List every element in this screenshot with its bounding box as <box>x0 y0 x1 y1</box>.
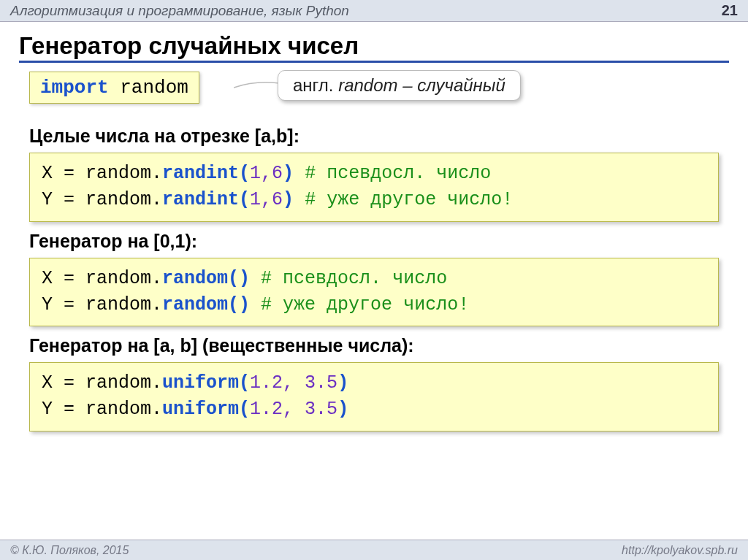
callout-word: random <box>338 75 397 95</box>
code-line: Y = random.uniform(1.2, 3.5) <box>42 396 706 423</box>
section-head: Генератор на [0,1): <box>29 231 719 252</box>
copyright: © К.Ю. Поляков, 2015 <box>10 544 129 557</box>
top-row: import random англ. random – случайный <box>29 72 748 111</box>
callout-prefix: англ. <box>293 75 338 95</box>
code-line: Y = random.randint(1,6) # уже другое чис… <box>42 187 706 213</box>
callout-box: англ. random – случайный <box>278 70 521 101</box>
slide-footer: © К.Ю. Поляков, 2015 http://kpolyakov.sp… <box>0 540 748 560</box>
slide-title: Генератор случайных чисел <box>19 32 729 63</box>
code-box-int: X = random.randint(1,6) # псевдосл. числ… <box>29 153 719 222</box>
code-line: Y = random.random() # уже другое число! <box>42 292 706 318</box>
section-uniform: Генератор на [a, b] (вещественные числа)… <box>29 335 719 431</box>
section-int: Целые числа на отрезке [a,b]: X = random… <box>29 126 719 222</box>
footer-url: http://kpolyakov.spb.ru <box>622 544 738 557</box>
section-head: Генератор на [a, b] (вещественные числа)… <box>29 335 719 356</box>
section-head: Целые числа на отрезке [a,b]: <box>29 126 719 147</box>
page-number: 21 <box>722 2 738 19</box>
header-title: Алгоритмизация и программирование, язык … <box>10 3 349 19</box>
code-line: X = random.uniform(1.2, 3.5) <box>42 370 706 396</box>
code-import: import random <box>29 72 199 104</box>
section-unit: Генератор на [0,1): X = random.random() … <box>29 231 719 327</box>
callout-suffix: – случайный <box>398 75 505 95</box>
module-name: random <box>120 77 188 99</box>
slide-header: Алгоритмизация и программирование, язык … <box>0 0 748 22</box>
keyword-import: import <box>40 77 109 99</box>
callout-tail-icon <box>234 77 279 98</box>
code-line: X = random.random() # псевдосл. число <box>42 266 706 292</box>
code-box-unit: X = random.random() # псевдосл. число Y … <box>29 258 719 327</box>
code-box-uniform: X = random.uniform(1.2, 3.5) Y = random.… <box>29 362 719 431</box>
code-line: X = random.randint(1,6) # псевдосл. числ… <box>42 161 706 187</box>
